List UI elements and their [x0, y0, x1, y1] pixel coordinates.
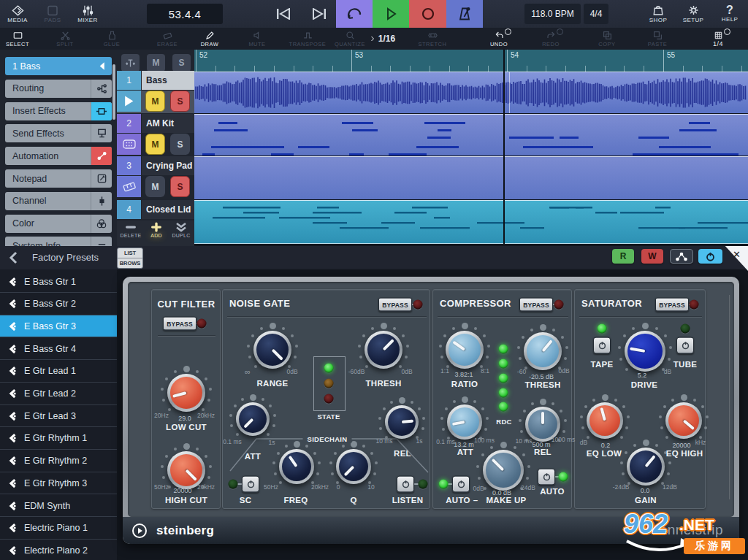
duplicate-track-button[interactable]: DUPLC	[169, 222, 194, 245]
play-button[interactable]	[373, 0, 409, 28]
inspector-item-insert-effects[interactable]: Insert Effects	[5, 102, 112, 120]
mixer-button[interactable]: MIXER	[72, 1, 104, 26]
automation-write-button[interactable]: W	[641, 249, 663, 264]
tool-mute[interactable]: MUTE	[233, 28, 281, 50]
arrange-timeline[interactable]: 52535455	[194, 50, 748, 246]
tube-button[interactable]	[676, 337, 694, 354]
setup-button[interactable]: SETUP	[677, 1, 709, 26]
tool-quantize-value[interactable]: 1/16	[358, 28, 406, 50]
mute-button[interactable]: M	[145, 134, 165, 155]
drive-knob[interactable]	[625, 331, 665, 372]
low-cut-knob[interactable]	[167, 374, 205, 412]
inspector-item-1-bass[interactable]: 1 Bass	[5, 57, 112, 75]
tool-transpose[interactable]: TRANSPOSE	[283, 28, 332, 50]
gate-att-knob[interactable]	[236, 402, 270, 436]
solo-all-button[interactable]: S	[172, 54, 191, 72]
record-button[interactable]	[409, 0, 446, 28]
list-browse-toggle[interactable]: LIST BROWS	[117, 248, 143, 269]
metronome-button[interactable]	[446, 0, 483, 28]
power-button[interactable]	[698, 249, 722, 264]
comp-att-knob[interactable]	[447, 404, 482, 440]
midi-region-cryingpad[interactable]	[194, 156, 748, 199]
tool-undo[interactable]: UNDO	[475, 28, 523, 50]
gate-thresh-knob[interactable]	[365, 331, 402, 369]
track-name[interactable]: Closed Lid	[142, 200, 194, 219]
sat-bypass-button[interactable]: BYPASS	[655, 298, 689, 312]
inspector-item-color[interactable]: Color	[5, 215, 112, 233]
sat-gain-knob[interactable]	[627, 448, 665, 486]
delete-track-button[interactable]: DELETE	[118, 222, 143, 245]
track-name[interactable]: Crying Pad	[142, 156, 194, 175]
tool-grid-value[interactable]: 1/4	[694, 28, 742, 50]
preset-item[interactable]: E Gtr Lead 3	[0, 405, 117, 427]
keys-track-icon[interactable]	[117, 176, 141, 197]
eq-low-knob[interactable]	[587, 402, 623, 439]
preset-scrollbar[interactable]	[112, 64, 115, 120]
audio-region-bass[interactable]	[194, 72, 748, 113]
media-button[interactable]: MEDIA	[1, 1, 34, 26]
preset-item[interactable]: E Bass Gtr 1	[0, 271, 117, 293]
track-row[interactable]: 3 Crying Pad M S	[117, 156, 194, 199]
gate-range-knob[interactable]	[253, 331, 291, 369]
tool-draw[interactable]: DRAW	[186, 28, 234, 50]
eq-high-knob[interactable]	[665, 402, 702, 439]
comp-bypass-button[interactable]: BYPASS	[519, 298, 553, 312]
forward-button[interactable]	[301, 0, 337, 28]
solo-button[interactable]: S	[170, 134, 190, 155]
loop-button[interactable]	[336, 0, 373, 28]
preset-item[interactable]: E Gtr Rhythm 2	[0, 450, 117, 472]
tape-button[interactable]	[593, 337, 611, 354]
comp-auto-rel-button[interactable]	[538, 469, 555, 486]
preset-item[interactable]: E Bass Gtr 4	[0, 338, 117, 360]
inspector-item-system-info[interactable]: System Info	[5, 237, 112, 246]
inspector-item-send-effects[interactable]: Send Effects	[5, 124, 112, 142]
preset-item[interactable]: Electric Piano 1	[0, 518, 117, 540]
tool-redo[interactable]: REDO	[527, 28, 575, 50]
rewind-button[interactable]	[265, 0, 302, 28]
track-name[interactable]: Bass	[142, 71, 194, 90]
midi-region-closedlid[interactable]	[194, 200, 748, 244]
preset-item[interactable]: E Bass Gtr 2	[0, 294, 117, 315]
tool-copy[interactable]: COPY	[583, 28, 631, 50]
tool-erase[interactable]: ERASE	[143, 28, 191, 50]
gate-rel-knob[interactable]	[385, 405, 419, 439]
tool-select[interactable]: SELECT	[0, 28, 42, 50]
tool-split[interactable]: SPLIT	[41, 28, 89, 50]
shop-button[interactable]: SHOP	[642, 1, 674, 26]
comp-makeup-knob[interactable]	[483, 450, 524, 491]
gate-freq-knob[interactable]	[279, 449, 314, 484]
tool-glue[interactable]: GLUE	[88, 28, 136, 50]
comp-auto-makeup-button[interactable]	[452, 476, 470, 493]
gate-q-knob[interactable]	[336, 449, 371, 484]
preset-item[interactable]: Electric Piano 2	[0, 540, 117, 560]
tool-paste[interactable]: PASTE	[633, 28, 682, 50]
preset-item[interactable]: E Gtr Rhythm 1	[0, 428, 117, 450]
inspector-item-automation[interactable]: Automation	[5, 147, 112, 165]
comp-thresh-knob[interactable]	[524, 332, 562, 370]
preset-item[interactable]: E Gtr Lead 1	[0, 361, 117, 383]
preset-item[interactable]: EDM Synth	[0, 495, 117, 517]
inspector-item-notepad[interactable]: Notepad	[5, 169, 112, 188]
midi-region-amkit[interactable]	[194, 114, 748, 156]
gate-bypass-button[interactable]: BYPASS	[378, 298, 412, 312]
track-name[interactable]: AM Kit	[142, 114, 194, 133]
track-type-filter-button[interactable]	[121, 54, 140, 72]
help-button[interactable]: ? HELP	[714, 1, 746, 26]
timesig-display[interactable]: 4/4	[584, 4, 608, 24]
inspector-item-routing[interactable]: Routing	[5, 80, 112, 98]
comp-ratio-knob[interactable]	[446, 331, 484, 369]
mute-button[interactable]: M	[145, 91, 165, 112]
track-row[interactable]: 4 Closed Lid	[117, 200, 194, 220]
bpm-display[interactable]: 118.0 BPM	[524, 4, 581, 24]
mute-button[interactable]: M	[145, 176, 165, 197]
solo-button[interactable]: S	[170, 91, 190, 112]
listen-button[interactable]	[397, 476, 414, 493]
track-row[interactable]: 1 Bass M S	[117, 71, 194, 113]
preset-item[interactable]: E Bass Gtr 3	[0, 315, 117, 337]
back-chevron-icon[interactable]	[9, 251, 18, 264]
track-row[interactable]: 2 AM Kit M S	[117, 114, 194, 156]
pads-button[interactable]: PADS	[37, 1, 69, 26]
time-display[interactable]: 53.4.4	[147, 4, 223, 24]
mute-all-button[interactable]: M	[147, 54, 165, 72]
sc-button[interactable]	[242, 476, 259, 493]
